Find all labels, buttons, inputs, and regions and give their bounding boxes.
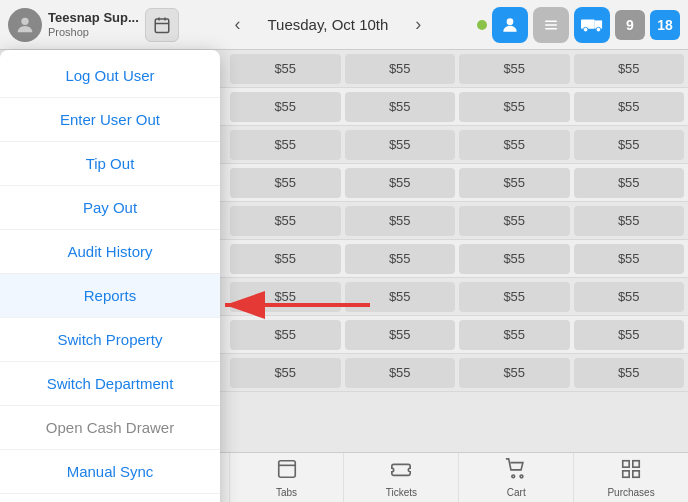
svg-rect-25 [633, 460, 639, 466]
cart-label: Cart [507, 487, 526, 498]
grid-cells: $55$55$55$55 [230, 354, 688, 392]
grid-cell[interactable]: $55 [345, 282, 456, 312]
menu-item-audit-history[interactable]: Audit History [0, 230, 220, 274]
svg-rect-24 [623, 460, 629, 466]
menu-item-enter-user-out[interactable]: Enter User Out [0, 98, 220, 142]
main-area: 6 FI$55$55$55$556 FI$55$55$55$556 FI$55$… [0, 50, 688, 452]
grid-cell[interactable]: $55 [459, 54, 570, 84]
tabs-label: Tabs [276, 487, 297, 498]
purchases-icon [620, 458, 642, 485]
grid-cells: $55$55$55$55 [230, 202, 688, 240]
grid-cell[interactable]: $55 [459, 168, 570, 198]
bottom-nav-item-purchases[interactable]: Purchases [574, 453, 688, 502]
current-date: Tuesday, Oct 10th [255, 16, 400, 33]
menu-item-manual-sync[interactable]: Manual Sync [0, 450, 220, 494]
tabs-icon [276, 458, 298, 485]
svg-rect-26 [623, 470, 629, 476]
grid-cell[interactable]: $55 [345, 130, 456, 160]
brand-info: Teesnap Sup... Proshop [48, 10, 139, 39]
grid-cell[interactable]: $55 [345, 206, 456, 236]
grid-cell[interactable]: $55 [345, 168, 456, 198]
grid-cell[interactable]: $55 [574, 282, 685, 312]
grid-cell[interactable]: $55 [574, 320, 685, 350]
grid-cell[interactable]: $55 [459, 92, 570, 122]
grid-cell[interactable]: $55 [459, 206, 570, 236]
menu-item-switch-property[interactable]: Switch Property [0, 318, 220, 362]
svg-point-5 [507, 18, 514, 25]
status-indicator [477, 20, 487, 30]
bottom-nav-item-cart[interactable]: Cart [459, 453, 574, 502]
menu-item-tip-out[interactable]: Tip Out [0, 142, 220, 186]
grid-cell[interactable]: $55 [345, 54, 456, 84]
grid-cells: $55$55$55$55 [230, 316, 688, 354]
grid-cell[interactable]: $55 [230, 358, 341, 388]
grid-cell[interactable]: $55 [230, 282, 341, 312]
grid-cell[interactable]: $55 [459, 130, 570, 160]
grid-cell[interactable]: $55 [574, 54, 685, 84]
menu-item-pay-out[interactable]: Pay Out [0, 186, 220, 230]
grid-cell[interactable]: $55 [574, 244, 685, 274]
grid-cell[interactable]: $55 [574, 206, 685, 236]
brand-sub: Proshop [48, 26, 139, 39]
calendar-button[interactable] [145, 8, 179, 42]
svg-rect-7 [545, 24, 557, 26]
grid-cell[interactable]: $55 [345, 358, 456, 388]
dropdown-menu: Log Out UserEnter User OutTip OutPay Out… [0, 50, 220, 502]
svg-rect-6 [545, 20, 557, 22]
grid-cell[interactable]: $55 [230, 206, 341, 236]
grid-cell[interactable]: $55 [459, 244, 570, 274]
grid-cell[interactable]: $55 [574, 92, 685, 122]
tickets-label: Tickets [386, 487, 417, 498]
grid-cell[interactable]: $55 [345, 92, 456, 122]
bottom-nav-item-tabs[interactable]: Tabs [230, 453, 345, 502]
bottom-nav-item-tickets[interactable]: Tickets [344, 453, 459, 502]
svg-rect-20 [278, 460, 295, 477]
grid-cells: $55$55$55$55 [230, 240, 688, 278]
grid-cell[interactable]: $55 [574, 130, 685, 160]
svg-rect-1 [155, 19, 169, 33]
menu-item-switch-department[interactable]: Switch Department [0, 362, 220, 406]
grid-cell[interactable]: $55 [459, 282, 570, 312]
grid-cells: $55$55$55$55 [230, 50, 688, 88]
grid-cells: $55$55$55$55 [230, 278, 688, 316]
tickets-icon [390, 458, 412, 485]
svg-point-23 [520, 474, 523, 477]
grid-cell[interactable]: $55 [459, 358, 570, 388]
menu-item-open-cash-drawer[interactable]: Open Cash Drawer [0, 406, 220, 450]
header: Teesnap Sup... Proshop ‹ Tuesday, Oct 10… [0, 0, 688, 50]
delivery-button[interactable] [574, 7, 610, 43]
svg-rect-9 [581, 19, 595, 28]
user-action-button[interactable] [492, 7, 528, 43]
svg-point-0 [21, 17, 28, 24]
badge-gray-button[interactable]: 9 [615, 10, 645, 40]
menu-item-enter-tips[interactable]: Enter Tips [0, 494, 220, 502]
prev-date-button[interactable]: ‹ [223, 11, 251, 39]
grid-cell[interactable]: $55 [230, 54, 341, 84]
grid-cell[interactable]: $55 [230, 168, 341, 198]
menu-item-reports[interactable]: Reports [0, 274, 220, 318]
grid-cell[interactable]: $55 [230, 244, 341, 274]
grid-cell[interactable]: $55 [230, 92, 341, 122]
grid-cell[interactable]: $55 [230, 130, 341, 160]
cart-icon [505, 458, 527, 485]
grid-cell[interactable]: $55 [459, 320, 570, 350]
menu-item-log-out-user[interactable]: Log Out User [0, 54, 220, 98]
svg-point-12 [596, 27, 601, 32]
grid-cell[interactable]: $55 [230, 320, 341, 350]
grid-cell[interactable]: $55 [345, 244, 456, 274]
svg-point-22 [512, 474, 515, 477]
brand-name: Teesnap Sup... [48, 10, 139, 26]
next-date-button[interactable]: › [404, 11, 432, 39]
grid-cells: $55$55$55$55 [230, 164, 688, 202]
grid-cells: $55$55$55$55 [230, 126, 688, 164]
header-actions: 9 18 [477, 7, 680, 43]
svg-rect-27 [633, 470, 639, 476]
settings-button[interactable] [533, 7, 569, 43]
purchases-label: Purchases [607, 487, 654, 498]
grid-cell[interactable]: $55 [345, 320, 456, 350]
grid-cells: $55$55$55$55 [230, 88, 688, 126]
badge-blue-button[interactable]: 18 [650, 10, 680, 40]
grid-cell[interactable]: $55 [574, 358, 685, 388]
grid-cell[interactable]: $55 [574, 168, 685, 198]
header-logo: Teesnap Sup... Proshop [8, 8, 139, 42]
